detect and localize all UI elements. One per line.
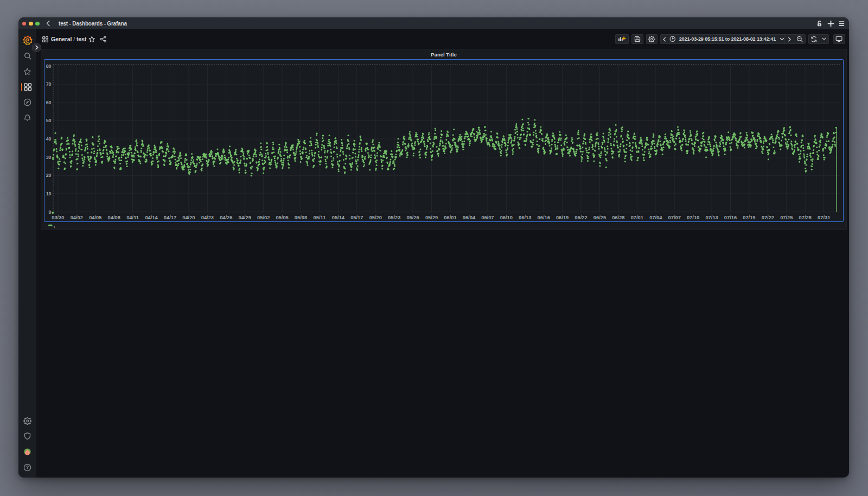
svg-text:04/17: 04/17 — [164, 215, 176, 220]
svg-text:04/20: 04/20 — [182, 215, 195, 220]
svg-text:50: 50 — [46, 118, 52, 123]
svg-text:,: , — [54, 222, 55, 228]
svg-text:05/26: 05/26 — [406, 215, 419, 220]
svg-text:04/02: 04/02 — [71, 215, 83, 220]
svg-text:60: 60 — [46, 100, 52, 105]
svg-text:07/28: 07/28 — [799, 215, 812, 220]
svg-text:07/19: 07/19 — [743, 215, 755, 220]
svg-text:05/20: 05/20 — [369, 215, 382, 220]
svg-text:07/10: 07/10 — [687, 215, 699, 220]
svg-text:05/02: 05/02 — [257, 215, 270, 220]
svg-text:70: 70 — [46, 81, 52, 87]
svg-text:04/05: 04/05 — [89, 215, 101, 220]
svg-text:40: 40 — [46, 136, 52, 142]
svg-text:04/29: 04/29 — [239, 215, 251, 220]
svg-text:07/01: 07/01 — [631, 215, 643, 220]
svg-text:80: 80 — [46, 63, 52, 69]
svg-text:05/08: 05/08 — [295, 215, 307, 220]
svg-text:07/31: 07/31 — [818, 215, 830, 220]
svg-text:05/14: 05/14 — [332, 215, 345, 220]
svg-text:06/13: 06/13 — [519, 215, 531, 220]
svg-text:07/07: 07/07 — [668, 215, 681, 220]
svg-text:?: ? — [26, 465, 29, 470]
svg-text:07/25: 07/25 — [780, 215, 793, 220]
svg-text:05/05: 05/05 — [276, 215, 288, 220]
svg-text:06/28: 06/28 — [612, 215, 624, 220]
svg-text:05/11: 05/11 — [314, 215, 326, 220]
svg-text:04/23: 04/23 — [201, 215, 214, 220]
svg-text:06/22: 06/22 — [575, 215, 587, 220]
svg-text:10: 10 — [46, 191, 52, 196]
svg-text:06/25: 06/25 — [593, 215, 606, 220]
svg-text:06/19: 06/19 — [556, 215, 569, 220]
svg-text:05/17: 05/17 — [350, 215, 363, 220]
svg-text:06/10: 06/10 — [500, 215, 513, 220]
svg-text:07/22: 07/22 — [762, 215, 774, 220]
svg-text:04/08: 04/08 — [108, 215, 120, 220]
svg-text:0: 0 — [49, 209, 52, 215]
svg-text:03/30: 03/30 — [52, 215, 64, 220]
svg-text:06/01: 06/01 — [444, 215, 456, 220]
svg-text:07/13: 07/13 — [705, 215, 718, 220]
svg-text:06/16: 06/16 — [538, 215, 550, 220]
svg-text:30: 30 — [46, 155, 52, 160]
svg-text:04/14: 04/14 — [145, 215, 158, 220]
svg-text:05/29: 05/29 — [425, 215, 438, 220]
svg-text:05/23: 05/23 — [388, 215, 400, 220]
svg-text:04/26: 04/26 — [220, 215, 232, 220]
svg-text:06/04: 06/04 — [463, 215, 476, 220]
svg-text:20: 20 — [46, 173, 52, 178]
svg-text:06/07: 06/07 — [481, 215, 494, 220]
svg-text:07/16: 07/16 — [724, 215, 737, 220]
svg-text:04/11: 04/11 — [126, 215, 139, 220]
svg-text:07/04: 07/04 — [649, 215, 662, 220]
